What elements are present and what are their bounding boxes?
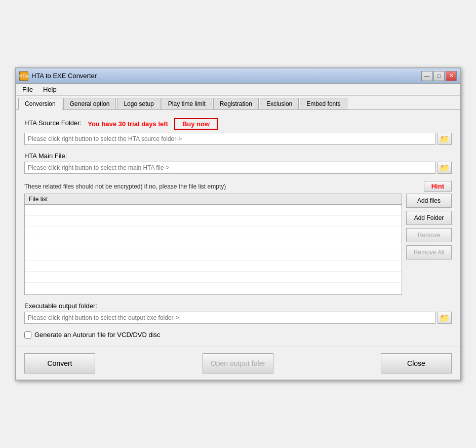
title-bar-left: HTA HTA to EXE Converter	[19, 71, 97, 81]
output-folder-button[interactable]: 📁	[438, 312, 452, 324]
bottom-bar: Convert Open output foler Close	[16, 347, 460, 380]
menu-file[interactable]: File	[18, 85, 37, 94]
tab-exclusion[interactable]: Exclusion	[260, 98, 299, 109]
title-buttons: — □ ✕	[421, 71, 457, 81]
autorun-label: Generate an Autorun file for VCD/DVD dis…	[34, 331, 161, 339]
minimize-button[interactable]: —	[421, 71, 432, 81]
close-button[interactable]: Close	[381, 353, 452, 374]
output-label: Executable output folder:	[24, 302, 452, 310]
table-row	[25, 249, 402, 260]
menu-help[interactable]: Help	[39, 85, 61, 94]
hint-row: These related files should not be encryp…	[24, 181, 452, 192]
close-window-button[interactable]: ✕	[446, 71, 457, 81]
file-list-note: These related files should not be encryp…	[24, 183, 424, 190]
output-row: 📁	[24, 312, 452, 324]
main-window: HTA HTA to EXE Converter — □ ✕ File Help…	[15, 67, 461, 381]
tab-registration[interactable]: Registration	[213, 98, 259, 109]
file-list-buttons: Add files Add Folder Remove Remove All	[406, 194, 452, 295]
trial-text: You have 30 trial days left	[88, 120, 168, 128]
autorun-checkbox[interactable]	[24, 331, 31, 339]
hint-button[interactable]: Hint	[424, 181, 452, 192]
file-list-rows	[25, 205, 402, 286]
hta-main-label: HTA Main File:	[24, 152, 452, 160]
source-label-row: HTA Source Folder: You have 30 trial day…	[24, 118, 452, 130]
hta-source-folder-button[interactable]: 📁	[438, 133, 452, 145]
table-row	[25, 272, 402, 283]
tab-play-time-limit[interactable]: Play time limit	[162, 98, 212, 109]
file-list-table: File list	[24, 194, 402, 295]
menu-bar: File Help	[16, 84, 460, 96]
table-row	[25, 205, 402, 216]
table-row	[25, 260, 402, 272]
table-row	[25, 227, 402, 238]
app-icon: HTA	[19, 71, 28, 81]
hta-source-row: 📁	[24, 133, 452, 145]
maximize-button[interactable]: □	[433, 71, 445, 81]
hta-source-input[interactable]	[24, 133, 435, 145]
hta-source-label: HTA Source Folder:	[24, 119, 82, 127]
table-row	[25, 238, 402, 249]
buy-now-button[interactable]: Buy now	[174, 118, 218, 130]
autorun-row: Generate an Autorun file for VCD/DVD dis…	[24, 331, 452, 339]
table-row	[25, 216, 402, 227]
title-bar: HTA HTA to EXE Converter — □ ✕	[16, 68, 460, 84]
window-title: HTA to EXE Converter	[31, 72, 97, 80]
hta-main-input[interactable]	[24, 162, 435, 174]
folder-icon-3: 📁	[440, 313, 450, 323]
remove-button[interactable]: Remove	[406, 228, 452, 242]
file-list-header: File list	[25, 194, 402, 205]
add-files-button[interactable]: Add files	[406, 194, 452, 208]
tab-conversion[interactable]: Conversion	[18, 98, 62, 110]
hta-main-folder-button[interactable]: 📁	[438, 162, 452, 174]
folder-icon: 📁	[440, 134, 450, 144]
remove-all-button[interactable]: Remove All	[406, 245, 452, 259]
folder-icon-2: 📁	[440, 163, 450, 173]
output-input[interactable]	[24, 312, 435, 324]
add-folder-button[interactable]: Add Folder	[406, 211, 452, 225]
open-output-button[interactable]: Open output foler	[203, 353, 273, 374]
convert-button[interactable]: Convert	[24, 353, 95, 374]
hta-main-row: 📁	[24, 162, 452, 174]
tab-logo-setup[interactable]: Logo setup	[117, 98, 160, 109]
tab-embed-fonts[interactable]: Embed fonts	[300, 98, 347, 109]
content-area: HTA Source Folder: You have 30 trial day…	[16, 110, 460, 347]
tabs-container: Conversion General option Logo setup Pla…	[16, 96, 460, 110]
file-list-col-header: File list	[29, 196, 398, 203]
tab-general-option[interactable]: General option	[63, 98, 116, 109]
file-list-container: File list Add files Add Folder Remove Re…	[24, 194, 452, 295]
